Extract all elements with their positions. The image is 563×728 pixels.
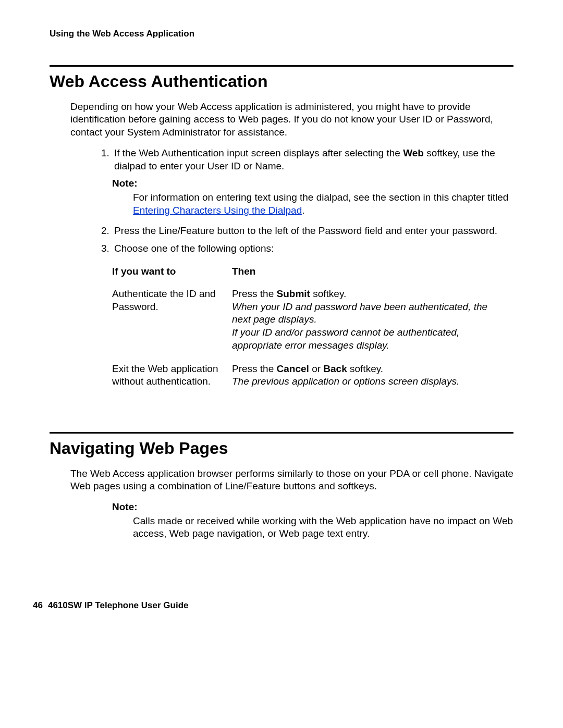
r2c2-b2: Back (323, 363, 347, 374)
options-r1c2: Press the Submit softkey. When your ID a… (232, 285, 508, 359)
running-head: Using the Web Access Application (50, 29, 513, 39)
options-r2c1: Exit the Web application without authent… (112, 360, 232, 396)
section2-intro: The Web Access application browser perfo… (70, 467, 513, 493)
r1c2-bold: Submit (277, 288, 310, 299)
section1-steps-cont: Press the Line/Feature button to the lef… (112, 225, 513, 255)
options-row-2: Exit the Web application without authent… (112, 360, 508, 396)
note-label-2: Note: (112, 501, 513, 513)
note-body-1: For information on entering text using t… (133, 191, 513, 217)
r2c2-i1: The previous application or options scre… (232, 376, 459, 387)
footer-page-number: 46 (33, 600, 43, 610)
section-rule-2 (50, 432, 513, 434)
footer-title: 4610SW IP Telephone User Guide (48, 600, 189, 610)
section1-steps: If the Web Authentication input screen d… (112, 147, 513, 172)
step-2: Press the Line/Feature button to the lef… (112, 225, 513, 238)
step-1: If the Web Authentication input screen d… (112, 147, 513, 172)
section2-body: The Web Access application browser perfo… (70, 467, 513, 540)
section1-intro: Depending on how your Web Access applica… (70, 101, 513, 139)
options-r2c2: Press the Cancel or Back softkey. The pr… (232, 360, 508, 396)
r1c2-i2: If your ID and/or password cannot be aut… (232, 327, 459, 351)
r1c2-pre: Press the (232, 288, 277, 299)
r2c2-b1: Cancel (277, 363, 309, 374)
note-body-2: Calls made or received while working wit… (133, 515, 513, 540)
r2c2-mid: or (309, 363, 323, 374)
options-th-2: Then (232, 263, 508, 285)
section-rule (50, 65, 513, 67)
step1-bold: Web (403, 147, 424, 158)
options-row-1: Authenticate the ID and Password. Press … (112, 285, 508, 359)
note1-pre: For information on entering text using t… (133, 192, 508, 203)
r1c2-i1: When your ID and password have been auth… (232, 301, 487, 325)
note1-post: . (302, 205, 304, 216)
r1c2-post: softkey. (310, 288, 346, 299)
r2c2-pre: Press the (232, 363, 277, 374)
heading-web-access-authentication: Web Access Authentication (50, 72, 513, 91)
r2c2-post: softkey. (347, 363, 383, 374)
options-r1c1: Authenticate the ID and Password. (112, 285, 232, 359)
step-3: Choose one of the following options: (112, 242, 513, 255)
options-table: If you want to Then Authenticate the ID … (112, 263, 508, 396)
link-entering-characters[interactable]: Entering Characters Using the Dialpad (133, 205, 302, 216)
note-label-1: Note: (112, 178, 513, 189)
heading-navigating-web-pages: Navigating Web Pages (50, 439, 513, 458)
footer: 464610SW IP Telephone User Guide (33, 600, 189, 611)
section1-body: Depending on how your Web Access applica… (70, 101, 513, 396)
options-th-1: If you want to (112, 263, 232, 285)
step1-pre: If the Web Authentication input screen d… (114, 147, 403, 158)
page: Using the Web Access Application Web Acc… (0, 0, 563, 728)
